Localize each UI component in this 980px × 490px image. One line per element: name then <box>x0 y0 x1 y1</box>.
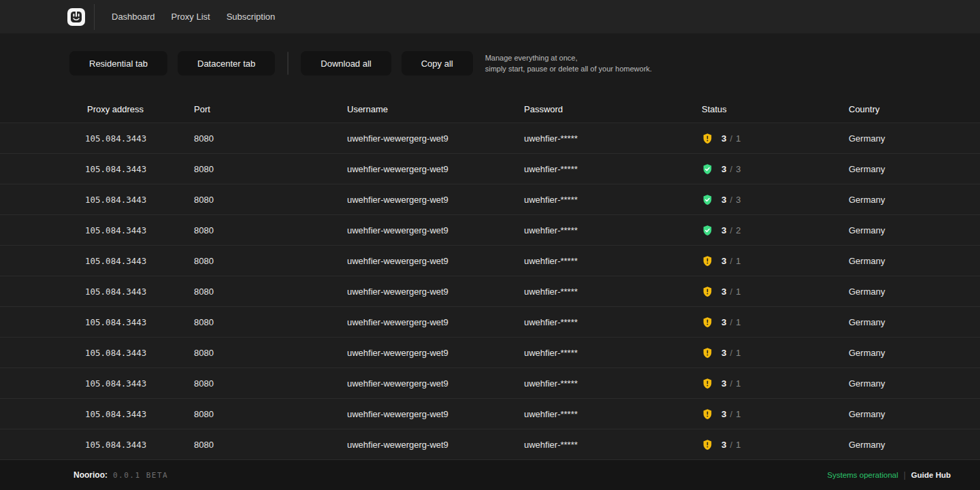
status-current: 1 <box>736 440 740 450</box>
column-header-proxy-address: Proxy address <box>87 104 194 114</box>
table-row: 105.084.3443 8080 uwehfier-wewergerg-wet… <box>0 306 980 337</box>
cell-port: 8080 <box>194 409 347 419</box>
copy-all-button[interactable]: Copy all <box>402 51 473 76</box>
cell-proxy-address: 105.084.3443 <box>85 133 194 144</box>
cell-country: Germany <box>849 256 953 266</box>
cell-port: 8080 <box>194 164 347 174</box>
residential-tab-button[interactable]: Residential tab <box>69 51 167 76</box>
status-separator: / <box>730 440 733 450</box>
cell-username: uwehfier-wewergerg-wet9 <box>347 195 524 205</box>
status-separator: / <box>730 348 733 358</box>
cell-country: Germany <box>849 225 953 235</box>
cell-password: uwehfier-***** <box>524 440 702 450</box>
cell-username: uwehfier-wewergerg-wet9 <box>347 287 524 297</box>
footer-version-label: 0.0.1 BETA <box>113 471 168 480</box>
status-separator: / <box>730 195 733 205</box>
nav-item-proxy-list[interactable]: Proxy List <box>163 7 218 26</box>
cell-status: 3 / 1 <box>702 285 849 298</box>
table-row: 105.084.3443 8080 uwehfier-wewergerg-wet… <box>0 214 980 245</box>
nav-item-subscription[interactable]: Subscription <box>218 7 284 26</box>
footer-right-group: Systems operational | Guide Hub <box>828 470 951 480</box>
systems-operational-link[interactable]: Systems operational <box>828 471 898 479</box>
status-total: 3 <box>721 164 727 174</box>
cell-username: uwehfier-wewergerg-wet9 <box>347 317 524 327</box>
status-total: 3 <box>721 317 727 327</box>
cell-proxy-address: 105.084.3443 <box>85 348 194 358</box>
table-row: 105.084.3443 8080 uwehfier-wewergerg-wet… <box>0 245 980 276</box>
shield-warning-icon <box>702 316 713 329</box>
cell-status: 3 / 3 <box>702 193 849 206</box>
cell-status: 3 / 1 <box>702 255 849 267</box>
cell-password: uwehfier-***** <box>524 378 702 389</box>
cell-status: 3 / 1 <box>702 346 849 359</box>
cell-password: uwehfier-***** <box>524 348 702 358</box>
column-header-status: Status <box>702 104 849 114</box>
cell-status: 3 / 1 <box>702 316 849 329</box>
cell-username: uwehfier-wewergerg-wet9 <box>347 164 524 174</box>
toolbar-caption: Manage everything at once, simply start,… <box>485 52 652 74</box>
cell-proxy-address: 105.084.3443 <box>85 164 194 174</box>
status-current: 1 <box>736 133 740 144</box>
cell-username: uwehfier-wewergerg-wet9 <box>347 440 524 450</box>
status-total: 3 <box>721 195 727 205</box>
shield-warning-icon <box>702 346 713 359</box>
table-row: 105.084.3443 8080 uwehfier-wewergerg-wet… <box>0 368 980 398</box>
cell-country: Germany <box>849 133 953 144</box>
table-row: 105.084.3443 8080 uwehfier-wewergerg-wet… <box>0 122 980 153</box>
cell-country: Germany <box>849 195 953 205</box>
cell-port: 8080 <box>194 256 347 266</box>
shield-check-icon <box>702 224 713 237</box>
shield-warning-icon <box>702 377 713 390</box>
cell-status: 3 / 1 <box>702 438 849 451</box>
status-current: 1 <box>736 378 740 389</box>
cell-username: uwehfier-wewergerg-wet9 <box>347 256 524 266</box>
shield-warning-icon <box>702 255 713 267</box>
cell-port: 8080 <box>194 195 347 205</box>
status-separator: / <box>730 225 733 235</box>
cell-proxy-address: 105.084.3443 <box>85 409 194 419</box>
cell-country: Germany <box>849 409 953 419</box>
cell-password: uwehfier-***** <box>524 195 702 205</box>
nav-menu: Dashboard Proxy List Subscription <box>103 7 283 26</box>
cell-password: uwehfier-***** <box>524 225 702 235</box>
proxy-toolbar: Residential tab Datacenter tab Download … <box>0 51 980 76</box>
table-row: 105.084.3443 8080 uwehfier-wewergerg-wet… <box>0 276 980 306</box>
status-current: 3 <box>736 195 740 205</box>
shield-check-icon <box>702 163 713 176</box>
cell-status: 3 / 1 <box>702 408 849 421</box>
footer-bar: Noorioo: 0.0.1 BETA Systems operational … <box>0 459 980 490</box>
toolbar-caption-line1: Manage everything at once, <box>485 52 652 63</box>
table-row: 105.084.3443 8080 uwehfier-wewergerg-wet… <box>0 153 980 184</box>
nav-item-dashboard[interactable]: Dashboard <box>103 7 163 26</box>
status-total: 3 <box>721 287 727 297</box>
status-current: 3 <box>736 164 740 174</box>
status-total: 3 <box>721 378 727 389</box>
status-total: 3 <box>721 409 727 419</box>
status-separator: / <box>730 317 733 327</box>
cell-password: uwehfier-***** <box>524 409 702 419</box>
cell-port: 8080 <box>194 348 347 358</box>
cell-password: uwehfier-***** <box>524 287 702 297</box>
cell-port: 8080 <box>194 225 347 235</box>
cell-password: uwehfier-***** <box>524 317 702 327</box>
status-total: 3 <box>721 348 727 358</box>
status-separator: / <box>730 378 733 389</box>
cell-port: 8080 <box>194 133 347 144</box>
datacenter-tab-button[interactable]: Datacenter tab <box>178 51 275 76</box>
cell-status: 3 / 3 <box>702 163 849 176</box>
top-navbar: Dashboard Proxy List Subscription <box>0 0 980 33</box>
column-header-username: Username <box>347 104 524 114</box>
download-all-button[interactable]: Download all <box>301 51 391 76</box>
cell-port: 8080 <box>194 287 347 297</box>
cell-proxy-address: 105.084.3443 <box>85 440 194 450</box>
cell-port: 8080 <box>194 440 347 450</box>
cell-country: Germany <box>849 378 953 389</box>
cell-proxy-address: 105.084.3443 <box>85 195 194 205</box>
status-total: 3 <box>721 225 727 235</box>
guide-hub-link[interactable]: Guide Hub <box>911 471 951 479</box>
column-header-password: Password <box>524 104 702 114</box>
shield-warning-icon <box>702 285 713 298</box>
noorioo-logo-icon[interactable] <box>67 8 85 26</box>
cell-proxy-address: 105.084.3443 <box>85 378 194 389</box>
cell-username: uwehfier-wewergerg-wet9 <box>347 133 524 144</box>
